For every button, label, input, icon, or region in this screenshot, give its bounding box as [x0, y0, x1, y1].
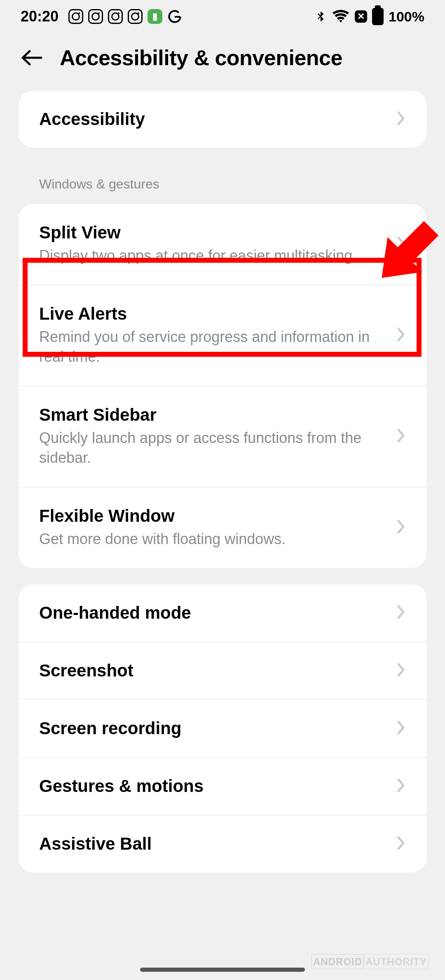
chevron-right-icon [396, 662, 406, 680]
item-one-handed-mode[interactable]: One-handed mode [19, 584, 426, 642]
settings-card: Accessibility [19, 91, 426, 148]
item-accessibility[interactable]: Accessibility [19, 91, 426, 148]
instagram-icon [88, 9, 103, 24]
watermark: ANDROIDAUTHORITY [312, 956, 429, 968]
item-desc: Get more done with floating windows. [39, 529, 384, 549]
item-title: Flexible Window [39, 506, 384, 526]
item-split-view[interactable]: Split View Display two apps at once for … [19, 204, 426, 285]
back-button[interactable] [21, 49, 43, 66]
notification-badge-icon: ✕ [355, 10, 367, 23]
settings-card: One-handed mode Screenshot Screen record… [19, 584, 426, 872]
item-assistive-ball[interactable]: Assistive Ball [19, 815, 426, 872]
item-title: Accessibility [39, 109, 384, 129]
chevron-right-icon [396, 777, 406, 795]
section-label-windows: Windows & gestures [0, 164, 445, 204]
item-title: Live Alerts [39, 304, 384, 324]
chevron-right-icon [396, 427, 406, 445]
item-title: One-handed mode [39, 603, 384, 623]
status-left: 20:20 ▮ [21, 8, 182, 25]
item-title: Assistive Ball [39, 834, 384, 854]
instagram-icon [68, 9, 83, 24]
bluetooth-icon [314, 8, 327, 25]
battery-saver-icon: ▮ [148, 9, 162, 24]
item-desc: Quickly launch apps or access functions … [39, 428, 384, 468]
chevron-right-icon [396, 719, 406, 737]
item-desc: Display two apps at once for easier mult… [39, 246, 384, 266]
chevron-right-icon [396, 326, 406, 344]
chevron-right-icon [396, 518, 406, 537]
settings-card: Split View Display two apps at once for … [19, 204, 426, 568]
chevron-right-icon [396, 235, 406, 253]
status-right: ✕ 100% [314, 7, 424, 26]
chevron-right-icon [396, 110, 406, 128]
status-bar: 20:20 ▮ ✕ 100% [0, 0, 445, 33]
item-flexible-window[interactable]: Flexible Window Get more done with float… [19, 488, 426, 568]
item-gestures-motions[interactable]: Gestures & motions [19, 758, 426, 815]
item-screen-recording[interactable]: Screen recording [19, 700, 426, 758]
item-title: Split View [39, 223, 384, 243]
google-icon [167, 9, 182, 24]
home-indicator[interactable] [140, 968, 305, 972]
item-title: Screenshot [39, 661, 384, 681]
item-title: Screen recording [39, 719, 384, 738]
item-live-alerts[interactable]: Live Alerts Remind you of service progre… [19, 285, 426, 386]
item-title: Gestures & motions [39, 776, 384, 796]
item-screenshot[interactable]: Screenshot [19, 642, 426, 700]
page-title: Accessibility & convenience [60, 45, 342, 70]
status-time: 20:20 [21, 8, 59, 25]
battery-icon [372, 8, 384, 25]
instagram-icon [128, 9, 143, 24]
item-desc: Remind you of service progress and infor… [39, 327, 384, 367]
wifi-icon [332, 7, 350, 26]
instagram-icon [108, 9, 123, 24]
chevron-right-icon [396, 835, 406, 853]
item-title: Smart Sidebar [39, 405, 384, 425]
battery-percentage: 100% [389, 9, 424, 25]
chevron-right-icon [396, 604, 406, 622]
item-smart-sidebar[interactable]: Smart Sidebar Quickly launch apps or acc… [19, 386, 426, 488]
page-header: Accessibility & convenience [0, 33, 445, 91]
